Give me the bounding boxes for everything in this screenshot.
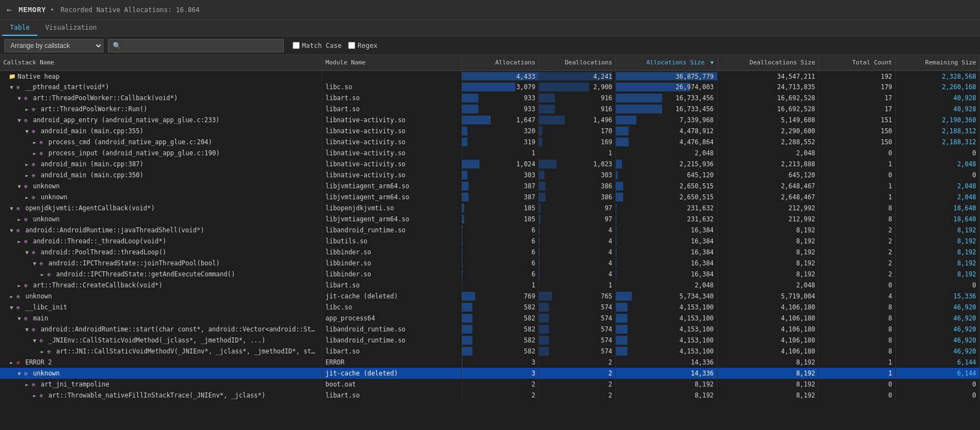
tree-toggle[interactable]: ▼ [33, 338, 40, 344]
tree-toggle[interactable]: ▼ [10, 227, 16, 233]
allocations-cell: 582 [462, 335, 539, 346]
table-row[interactable]: ►⊕android::IPCThreadState::getAndExecute… [0, 269, 980, 280]
tree-toggle[interactable]: ▼ [18, 371, 24, 377]
table-row[interactable]: ►⊕process_input (android_native_app_glue… [0, 148, 980, 159]
table-row[interactable]: ▼⊕__libc_initlibc.so5825744,153,1004,106… [0, 302, 980, 313]
allocsize-cell: 5,734,340 [616, 291, 718, 302]
table-row[interactable]: ►⊕android_main (main.cpp:350)libnative-a… [0, 170, 980, 181]
table-row[interactable]: ▼⊕android::AndroidRuntime::start(char co… [0, 324, 980, 335]
tab-table[interactable]: Table [2, 20, 37, 36]
table-row[interactable]: ▼⊕android::AndroidRuntime::javaThreadShe… [0, 225, 980, 236]
table-row[interactable]: ►⊕art::Throwable_nativeFillInStackTrace(… [0, 390, 980, 401]
tree-toggle[interactable]: ▼ [10, 84, 16, 90]
module-cell: ERROR [322, 357, 462, 368]
tree-toggle[interactable]: ► [41, 271, 47, 277]
table-row[interactable]: ►⊕art_jni_trampolineboot.oat228,1928,192… [0, 379, 980, 390]
tree-toggle[interactable]: ► [33, 150, 40, 156]
tree-toggle[interactable]: ► [33, 139, 40, 145]
tree-toggle[interactable]: ▼ [33, 260, 40, 266]
table-row[interactable]: ▼⊕unknownlibjvmtiagent_arm64.so3873862,6… [0, 181, 980, 192]
allocations-value: 582 [465, 314, 535, 322]
table-row[interactable]: ▼⊕openjdkjvmti::AgentCallback(void*)libo… [0, 203, 980, 214]
allocsize-cell: 231,632 [616, 214, 718, 225]
table-row[interactable]: ►⊗ERROR 2ERROR3214,3368,19216,144 [0, 357, 980, 368]
regex-label[interactable]: Regex [348, 42, 377, 50]
tree-toggle[interactable]: ▼ [25, 128, 32, 134]
callstack-cell: ▼⊕unknown [0, 181, 322, 192]
table-row[interactable]: ▼⊕mainapp_process645825744,153,1004,106,… [0, 313, 980, 324]
col-header-callstack[interactable]: Callstack Name [0, 55, 322, 70]
allocsize-value: 8,192 [619, 380, 714, 388]
table-row[interactable]: ►⊕android::Thread::_threadLoop(void*)lib… [0, 236, 980, 247]
allocsize-value: 231,632 [619, 215, 714, 223]
table-row[interactable]: ►⊕unknownjit-cache (deleted)7697655,734,… [0, 291, 980, 302]
arrange-select[interactable]: Arrange by callstack [4, 39, 103, 52]
back-button[interactable]: ← [4, 3, 14, 16]
tree-toggle[interactable]: ► [18, 282, 24, 289]
memory-dropdown[interactable]: ▾ [51, 6, 54, 13]
tree-toggle[interactable]: ► [10, 360, 16, 366]
table-row[interactable]: ▼⊕__pthread_start(void*)libc.so3,0792,90… [0, 81, 980, 92]
match-case-label[interactable]: Match Case [293, 42, 342, 50]
regex-checkbox[interactable] [348, 42, 355, 49]
tree-toggle[interactable]: ► [18, 216, 24, 222]
tab-visualization[interactable]: Visualization [37, 20, 104, 36]
allocations-value: 6 [465, 226, 535, 234]
allocations-cell: 582 [462, 302, 539, 313]
deallocations-cell: 916 [539, 104, 616, 115]
table-row[interactable]: ►⊕process_cmd (android_native_app_glue.c… [0, 137, 980, 148]
tree-toggle[interactable]: ▼ [10, 304, 16, 311]
table-row[interactable]: ▼⊕android::PoolThread::threadLoop()libbi… [0, 247, 980, 258]
tree-toggle[interactable]: ► [33, 393, 40, 399]
remaining-cell: 0 [896, 170, 980, 181]
deallocsize-cell: 4,106,180 [717, 346, 819, 357]
tree-toggle[interactable]: ► [25, 382, 32, 388]
deallocations-cell: 1 [539, 148, 616, 159]
col-header-alloc[interactable]: Allocations [462, 55, 539, 70]
table-row[interactable]: ▼⊕unknownjit-cache (deleted)3214,3368,19… [0, 368, 980, 379]
totalcount-cell: 8 [819, 302, 896, 313]
col-header-allocsize[interactable]: Allocations Size ▼ [616, 55, 718, 70]
table-row[interactable]: ▼⊕_JNIEnv::CallStaticVoidMethod(_jclass*… [0, 335, 980, 346]
checkbox-group: Match Case Regex [293, 42, 377, 50]
deallocsize-cell: 2,048 [717, 148, 819, 159]
tree-toggle[interactable]: ► [25, 161, 32, 167]
col-header-module[interactable]: Module Name [322, 55, 462, 70]
col-header-deallocsize[interactable]: Deallocations Size [717, 55, 819, 70]
tree-toggle[interactable]: ► [10, 293, 16, 300]
tree-toggle[interactable]: ► [41, 349, 47, 355]
deallocations-value: 303 [542, 171, 612, 179]
tree-toggle[interactable]: ▼ [10, 205, 16, 211]
toolbar: Arrange by callstack 🔍 Match Case Regex [0, 36, 980, 55]
tree-toggle[interactable]: ▼ [18, 183, 24, 189]
table-row[interactable]: 📁Native heap4,4334,24136,875,77934,547,2… [0, 70, 980, 81]
allocsize-cell: 36,875,779 [616, 70, 718, 81]
tree-toggle[interactable]: ► [18, 238, 24, 244]
tree-toggle[interactable]: ► [25, 106, 32, 112]
table-row[interactable]: ▼⊕art::ThreadPoolWorker::Callback(void*)… [0, 92, 980, 104]
table-row[interactable]: ►⊕unknownlibjvmtiagent_arm64.so10597231,… [0, 214, 980, 225]
table-row[interactable]: ►⊕art::ThreadPoolWorker::Run()libart.so9… [0, 104, 980, 115]
match-case-checkbox[interactable] [293, 42, 300, 49]
deallocations-value: 170 [542, 127, 612, 135]
tree-toggle[interactable]: ► [25, 194, 32, 200]
table-row[interactable]: ▼⊕android_app_entry (android_native_app_… [0, 115, 980, 126]
table-row[interactable]: ▼⊕android::IPCThreadState::joinThreadPoo… [0, 258, 980, 269]
tree-toggle[interactable]: ▼ [18, 315, 24, 322]
tree-toggle[interactable]: ▼ [18, 95, 24, 101]
col-header-totalcount[interactable]: Total Count [819, 55, 896, 70]
tree-toggle[interactable]: ▼ [25, 326, 32, 333]
table-row[interactable]: ▼⊕android_main (main.cpp:355)libnative-a… [0, 126, 980, 137]
tree-toggle[interactable]: ▼ [18, 117, 24, 123]
tree-toggle[interactable]: ▼ [25, 249, 32, 255]
table-row[interactable]: ►⊕unknownlibjvmtiagent_arm64.so3873862,6… [0, 192, 980, 203]
col-header-remaining[interactable]: Remaining Size [896, 55, 980, 70]
col-header-dealloc[interactable]: Deallocations [539, 55, 616, 70]
table-row[interactable]: ►⊕art::Thread::CreateCallback(void*)liba… [0, 280, 980, 291]
table-row[interactable]: ►⊕art::JNI::CallStaticVoidMethodV(_JNIEn… [0, 346, 980, 357]
callstack-cell: ►⊕unknown [0, 291, 322, 302]
tree-toggle[interactable]: ► [25, 172, 32, 178]
allocations-cell: 3 [462, 357, 539, 368]
table-row[interactable]: ►⊕android_main (main.cpp:387)libnative-a… [0, 159, 980, 170]
search-input[interactable] [123, 42, 279, 50]
